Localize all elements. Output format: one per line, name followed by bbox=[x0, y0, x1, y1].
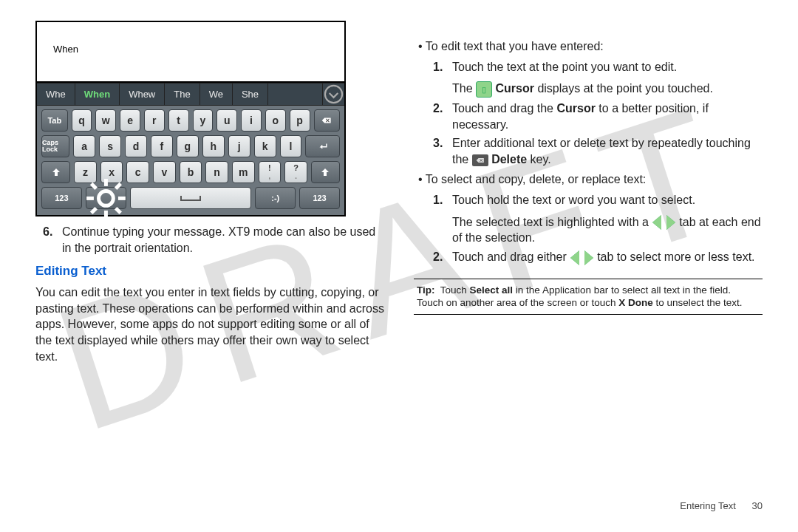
tip-text: Tip: Touch Select all in the Application… bbox=[414, 284, 763, 310]
gear-icon bbox=[86, 179, 126, 218]
suggestion-5[interactable]: She bbox=[233, 83, 268, 106]
key-v[interactable]: v bbox=[153, 161, 176, 183]
suggestion-0[interactable]: Whe bbox=[37, 83, 75, 106]
edit-step-1-num: 1. bbox=[433, 59, 445, 98]
editing-text-paragraph: You can edit the text you enter in text … bbox=[35, 284, 384, 364]
key-shift-right[interactable] bbox=[311, 161, 340, 183]
delete-key-icon bbox=[472, 154, 488, 166]
key-tab[interactable]: Tab bbox=[41, 109, 68, 132]
backspace-icon bbox=[321, 115, 332, 126]
select-step-1a: Touch hold the text or word you want to … bbox=[452, 192, 763, 208]
key-123-right[interactable]: 123 bbox=[299, 187, 340, 209]
shift-up-icon bbox=[320, 167, 330, 177]
select-step-2-num: 2. bbox=[433, 249, 445, 265]
key-123-left[interactable]: 123 bbox=[41, 187, 82, 209]
key-f[interactable]: f bbox=[151, 135, 173, 157]
edit-step-3-num: 3. bbox=[433, 135, 445, 167]
bullet-select-text: To select and copy, delete, or replace t… bbox=[414, 171, 763, 188]
key-e[interactable]: e bbox=[120, 109, 140, 132]
key-y[interactable]: y bbox=[193, 109, 214, 132]
enter-icon bbox=[318, 141, 328, 151]
selection-handle-right-icon bbox=[584, 250, 593, 265]
select-step-2: Touch and drag either tab to select more… bbox=[452, 249, 755, 265]
heading-editing-text: Editing Text bbox=[35, 263, 384, 280]
selection-handle-left-icon bbox=[652, 215, 661, 230]
footer-section: Entering Text bbox=[680, 500, 736, 511]
key-j[interactable]: j bbox=[228, 135, 250, 157]
edit-step-2: Touch and drag the Cursor to a better po… bbox=[452, 100, 763, 132]
key-h[interactable]: h bbox=[202, 135, 225, 157]
key-a[interactable]: a bbox=[73, 135, 95, 157]
key-settings[interactable] bbox=[86, 187, 126, 209]
key-k[interactable]: k bbox=[254, 135, 276, 157]
key-backspace[interactable] bbox=[314, 109, 341, 132]
key-b[interactable]: b bbox=[180, 161, 202, 183]
key-w[interactable]: w bbox=[95, 109, 116, 132]
footer-page-number: 30 bbox=[752, 500, 763, 511]
selection-handle-left-icon bbox=[570, 250, 579, 265]
key-p[interactable]: p bbox=[290, 109, 310, 132]
edit-step-1b: The ▯ Cursor displays at the point you t… bbox=[452, 81, 713, 98]
suggestions-more-icon[interactable] bbox=[322, 83, 344, 106]
edit-step-1a: Touch the text at the point you want to … bbox=[452, 59, 713, 75]
select-step-1b: The selected text is highlighted with a … bbox=[452, 214, 763, 246]
key-capslock[interactable]: Caps Lock bbox=[41, 135, 69, 157]
suggestion-3[interactable]: The bbox=[165, 83, 200, 106]
key-m[interactable]: m bbox=[232, 161, 255, 183]
key-i[interactable]: i bbox=[241, 109, 262, 132]
bullet-edit-text: To edit text that you have entered: bbox=[414, 38, 763, 55]
cursor-icon: ▯ bbox=[476, 81, 492, 98]
suggestion-bar: Whe When Whew The We She bbox=[37, 83, 344, 106]
suggestion-4[interactable]: We bbox=[200, 83, 233, 106]
edit-step-2-num: 2. bbox=[433, 100, 445, 132]
svg-line-8 bbox=[91, 208, 96, 213]
step6-text: Continue typing your message. XT9 mode c… bbox=[62, 224, 384, 256]
page-footer: Entering Text 30 bbox=[680, 499, 763, 513]
key-r[interactable]: r bbox=[144, 109, 165, 132]
key-emoticon[interactable]: :-) bbox=[255, 187, 296, 209]
selection-handle-right-icon bbox=[666, 215, 675, 230]
key-question-period[interactable]: ?. bbox=[284, 161, 307, 183]
tip-rule-top bbox=[414, 279, 763, 279]
key-space[interactable] bbox=[130, 187, 252, 209]
key-n[interactable]: n bbox=[205, 161, 228, 183]
key-l[interactable]: l bbox=[280, 135, 302, 157]
key-shift-left[interactable] bbox=[41, 161, 70, 183]
key-d[interactable]: d bbox=[125, 135, 147, 157]
shift-up-icon bbox=[51, 167, 61, 177]
svg-line-7 bbox=[115, 208, 120, 213]
key-c[interactable]: c bbox=[126, 161, 149, 183]
suggestion-2[interactable]: Whew bbox=[120, 83, 165, 106]
svg-line-9 bbox=[115, 183, 120, 188]
list-number-6: 6. bbox=[43, 224, 55, 256]
svg-line-6 bbox=[91, 183, 96, 188]
key-enter[interactable] bbox=[305, 135, 340, 157]
keyboard-input-preview: When bbox=[37, 22, 344, 83]
key-u[interactable]: u bbox=[216, 109, 237, 132]
key-s[interactable]: s bbox=[99, 135, 121, 157]
key-q[interactable]: q bbox=[72, 109, 92, 132]
key-exclam-comma[interactable]: !, bbox=[259, 161, 282, 183]
select-step-1-num: 1. bbox=[433, 192, 445, 246]
edit-step-3: Enter additional text or delete text by … bbox=[452, 135, 763, 167]
key-g[interactable]: g bbox=[177, 135, 199, 157]
svg-point-0 bbox=[325, 86, 342, 103]
space-icon bbox=[180, 194, 202, 202]
tip-rule-bottom bbox=[414, 314, 763, 315]
svg-point-1 bbox=[98, 191, 113, 205]
suggestion-1[interactable]: When bbox=[75, 83, 120, 106]
key-t[interactable]: t bbox=[168, 109, 189, 132]
key-o[interactable]: o bbox=[265, 109, 286, 132]
keyboard-figure: When Whe When Whew The We She Tab bbox=[35, 21, 346, 216]
